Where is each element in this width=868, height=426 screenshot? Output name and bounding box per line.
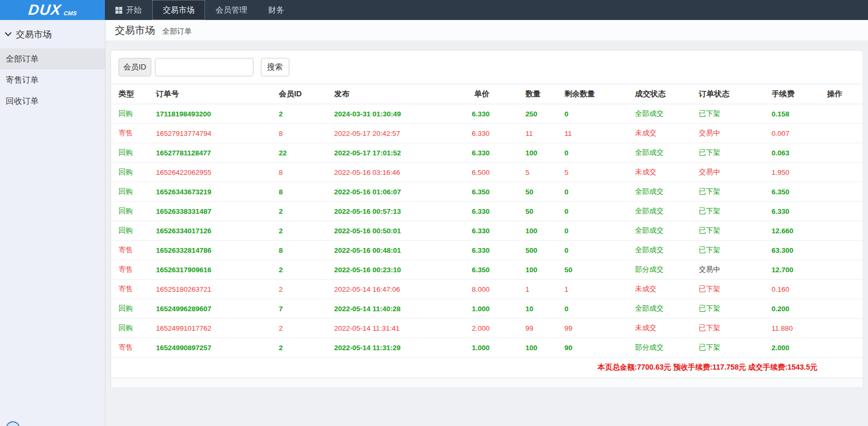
cell-fee: 6.350: [766, 182, 822, 202]
cell-qty: 99: [520, 319, 559, 338]
table-row: 回购16527781128477222022-05-17 17:01:526.3…: [111, 143, 863, 163]
cell-order-status: 已下架: [694, 202, 766, 221]
cell-actions: [822, 124, 863, 143]
cell-published: 2024-03-31 01:30:49: [329, 104, 438, 124]
cell-qty: 500: [520, 241, 559, 260]
table-row: 回购1652499101776222022-05-14 11:31:412.00…: [111, 319, 863, 338]
cell-order-status: 已下架: [694, 338, 766, 358]
cell-fee: 63.300: [766, 241, 822, 260]
cell-price: 6.330: [438, 241, 520, 260]
cell-type: 寄售: [111, 280, 151, 299]
sidebar-item-recycle-orders[interactable]: 回收订单: [0, 91, 105, 112]
bottom-circle-decoration: [6, 421, 20, 426]
panel-footer: [111, 378, 863, 388]
breadcrumb-current: 全部订单: [162, 27, 192, 36]
cell-remaining: 0: [559, 202, 630, 221]
table-row: 寄售1652633281478682022-05-16 00:48:016.33…: [111, 241, 863, 260]
cell-price: 1.000: [438, 338, 520, 358]
table-row: 寄售1652631790961622022-05-16 00:23:106.35…: [111, 260, 863, 280]
cell-order-status: 交易中: [694, 163, 766, 182]
cell-member-id: 2: [274, 221, 329, 241]
table-row: 寄售1652791377479482022-05-17 20:42:576.33…: [111, 124, 863, 143]
chevron-down-icon: [5, 29, 12, 36]
cell-order-status: 已下架: [694, 104, 766, 124]
cell-type: 回购: [111, 299, 151, 319]
col-header-member-id: 会员ID: [274, 84, 329, 104]
sidebar-section-market[interactable]: 交易市场: [0, 20, 105, 48]
nav-tab-label: 开始: [126, 5, 142, 15]
cell-published: 2022-05-14 16:47:06: [329, 280, 438, 299]
orders-head-row: 类型订单号会员ID发布单价数量剩余数量成交状态订单状态手续费操作: [111, 84, 863, 104]
nav-tab-market[interactable]: 交易市场: [152, 0, 205, 20]
cell-published: 2022-05-14 11:40:28: [329, 299, 438, 319]
col-header-deal-status: 成交状态: [630, 84, 694, 104]
cell-type: 回购: [111, 319, 151, 338]
cell-price: 6.330: [438, 143, 520, 163]
col-header-fee: 手续费: [766, 84, 822, 104]
cell-deal-status: 未成交: [630, 319, 694, 338]
cell-order-no: 16526332814786: [151, 241, 274, 260]
cell-deal-status: 未成交: [630, 163, 694, 182]
nav-tab-start[interactable]: 开始: [105, 0, 152, 20]
cell-price: 6.500: [438, 163, 520, 182]
cell-actions: [822, 338, 863, 358]
sidebar-item-all-orders[interactable]: 全部订单: [0, 48, 105, 70]
cell-order-no: 16526338331487: [151, 202, 274, 221]
sidebar: 交易市场 全部订单寄售订单回收订单: [0, 20, 105, 426]
cell-order-no: 16526422062955: [151, 163, 274, 182]
col-header-published: 发布: [329, 84, 438, 104]
cell-published: 2022-05-17 20:42:57: [329, 124, 438, 143]
cell-order-status: 已下架: [694, 143, 766, 163]
cell-order-no: 16524996289607: [151, 299, 274, 319]
cell-qty: 100: [520, 143, 559, 163]
cell-order-status: 已下架: [694, 280, 766, 299]
cell-published: 2022-05-16 03:16:46: [329, 163, 438, 182]
nav-tab-members[interactable]: 会员管理: [205, 0, 258, 20]
member-id-input[interactable]: [155, 58, 253, 76]
cell-deal-status: 全部成交: [630, 241, 694, 260]
cell-price: 6.330: [438, 221, 520, 241]
nav-tab-finance[interactable]: 财务: [258, 0, 295, 20]
cell-actions: [822, 104, 863, 124]
cell-actions: [822, 143, 863, 163]
cell-deal-status: 部分成交: [630, 260, 694, 280]
cell-deal-status: 全部成交: [630, 221, 694, 241]
orders-tbody: 回购1711819849320022024-03-31 01:30:496.33…: [111, 104, 863, 358]
sidebar-item-consign-orders[interactable]: 寄售订单: [0, 70, 105, 91]
main-area: 交易市场 全部订单 会员ID 搜索 类型订单号会员ID发布单价数量剩余数量成交状…: [105, 20, 868, 426]
page-summary: 本页总金额:7700.63元 预收手续费:117.758元 成交手续费:1543…: [111, 358, 863, 378]
cell-order-status: 已下架: [694, 319, 766, 338]
cell-qty: 50: [520, 182, 559, 202]
cell-actions: [822, 280, 863, 299]
cell-type: 回购: [111, 202, 151, 221]
cell-remaining: 11: [559, 124, 630, 143]
nav-tab-label: 交易市场: [163, 5, 194, 15]
cell-order-status: 交易中: [694, 260, 766, 280]
cell-remaining: 0: [559, 143, 630, 163]
cell-qty: 10: [520, 299, 559, 319]
cell-type: 回购: [111, 143, 151, 163]
brand-suffix: CMS: [63, 10, 77, 16]
cell-published: 2022-05-16 00:23:10: [329, 260, 438, 280]
cell-remaining: 0: [559, 221, 630, 241]
cell-price: 6.330: [438, 104, 520, 124]
cell-price: 6.330: [438, 202, 520, 221]
cell-type: 回购: [111, 104, 151, 124]
cell-order-no: 16524990897257: [151, 338, 274, 358]
col-header-actions: 操作: [822, 84, 863, 104]
sidebar-section-label: 交易市场: [16, 28, 52, 41]
cell-fee: 12.660: [766, 221, 822, 241]
cell-type: 回购: [111, 221, 151, 241]
cell-deal-status: 部分成交: [630, 338, 694, 358]
brand-name: DUX: [27, 2, 62, 18]
brand-logo: DUX CMS: [0, 0, 105, 20]
cell-fee: 0.200: [766, 299, 822, 319]
cell-published: 2022-05-14 11:31:41: [329, 319, 438, 338]
cell-actions: [822, 299, 863, 319]
col-header-price: 单价: [438, 84, 520, 104]
cell-qty: 11: [520, 124, 559, 143]
cell-deal-status: 全部成交: [630, 143, 694, 163]
search-button[interactable]: 搜索: [261, 58, 289, 76]
cell-published: 2022-05-16 00:48:01: [329, 241, 438, 260]
cell-order-no: 16527913774794: [151, 124, 274, 143]
